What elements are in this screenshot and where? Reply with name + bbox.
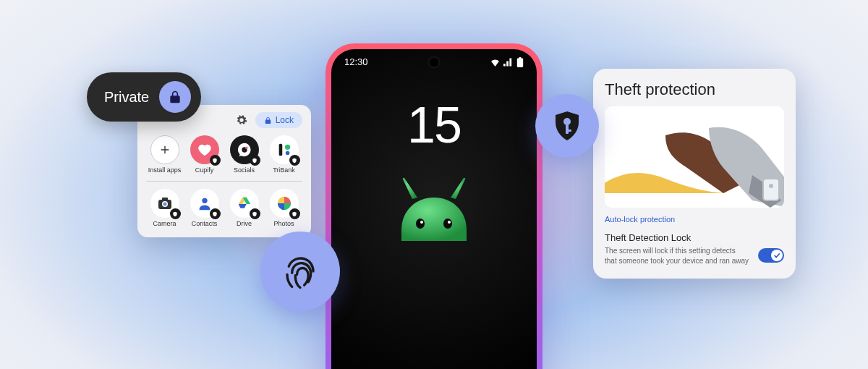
shield-badge-icon bbox=[289, 155, 300, 166]
svg-rect-15 bbox=[566, 124, 569, 134]
android-version: 15 bbox=[331, 96, 537, 154]
key-shield-icon bbox=[535, 94, 599, 158]
wifi-icon bbox=[490, 58, 501, 67]
svg-point-11 bbox=[163, 203, 166, 206]
android-head-icon bbox=[331, 176, 537, 241]
svg-rect-12 bbox=[162, 198, 168, 200]
svg-point-8 bbox=[285, 151, 289, 156]
shield-badge-icon bbox=[289, 208, 300, 219]
gear-icon[interactable] bbox=[234, 112, 250, 128]
theft-toggle[interactable] bbox=[758, 248, 784, 263]
lock-button[interactable]: Lock bbox=[255, 112, 302, 128]
status-time: 12:30 bbox=[344, 56, 368, 67]
app-socials[interactable]: Socials bbox=[226, 135, 263, 174]
plus-icon bbox=[150, 135, 179, 164]
toggle-knob bbox=[771, 250, 783, 261]
photos-icon bbox=[270, 189, 299, 218]
svg-point-1 bbox=[443, 219, 452, 229]
divider bbox=[146, 181, 302, 182]
camera-icon bbox=[150, 189, 179, 218]
svg-point-2 bbox=[420, 221, 423, 224]
shield-badge-icon bbox=[250, 208, 260, 219]
svg-point-13 bbox=[202, 198, 207, 203]
app-install[interactable]: Install apps bbox=[146, 135, 183, 174]
app-cupify[interactable]: Cupify bbox=[186, 135, 223, 174]
private-space-pill[interactable]: Private bbox=[87, 72, 201, 122]
contacts-icon bbox=[190, 189, 219, 218]
tribank-icon bbox=[270, 135, 299, 164]
lock-button-label: Lock bbox=[276, 115, 294, 125]
app-tribank[interactable]: TriBank bbox=[265, 135, 302, 174]
battery-icon bbox=[516, 57, 524, 67]
phone-mock: 12:30 15 bbox=[326, 43, 542, 369]
status-icons bbox=[490, 57, 524, 67]
shield-badge-icon bbox=[250, 155, 260, 166]
svg-point-5 bbox=[244, 146, 247, 149]
check-icon bbox=[773, 252, 780, 259]
app-camera[interactable]: Camera bbox=[146, 189, 183, 227]
svg-point-19 bbox=[769, 184, 773, 188]
svg-point-7 bbox=[284, 145, 289, 150]
svg-point-0 bbox=[416, 219, 425, 229]
theft-protection-card: Theft protection Auto-lock protection Th… bbox=[593, 69, 796, 279]
theft-subtitle: Theft Detection Lock bbox=[605, 232, 784, 243]
signal-icon bbox=[503, 58, 514, 67]
camera-hole bbox=[430, 58, 438, 67]
svg-point-3 bbox=[448, 221, 451, 224]
drive-icon bbox=[230, 189, 259, 218]
phone-screen: 12:30 15 bbox=[331, 49, 537, 369]
theft-title: Theft protection bbox=[605, 80, 784, 99]
app-photos[interactable]: Photos bbox=[265, 189, 302, 227]
fingerprint-icon bbox=[260, 232, 340, 311]
app-contacts[interactable]: Contacts bbox=[186, 189, 223, 227]
private-label: Private bbox=[104, 89, 149, 106]
theft-illustration bbox=[605, 106, 784, 208]
lock-icon bbox=[264, 116, 272, 124]
svg-rect-16 bbox=[566, 130, 571, 132]
theft-description: The screen will lock if this setting det… bbox=[605, 246, 749, 266]
app-drive[interactable]: Drive bbox=[226, 189, 263, 227]
svg-rect-6 bbox=[278, 144, 282, 156]
cupify-icon bbox=[190, 135, 219, 164]
shield-badge-icon bbox=[210, 155, 221, 166]
shield-badge-icon bbox=[170, 208, 181, 219]
shield-badge-icon bbox=[210, 208, 221, 219]
svg-rect-18 bbox=[763, 179, 779, 200]
lock-icon bbox=[159, 81, 191, 113]
theft-link[interactable]: Auto-lock protection bbox=[605, 215, 784, 224]
private-apps-panel: Lock Install apps Cupify bbox=[137, 105, 311, 237]
socials-icon bbox=[230, 135, 259, 164]
